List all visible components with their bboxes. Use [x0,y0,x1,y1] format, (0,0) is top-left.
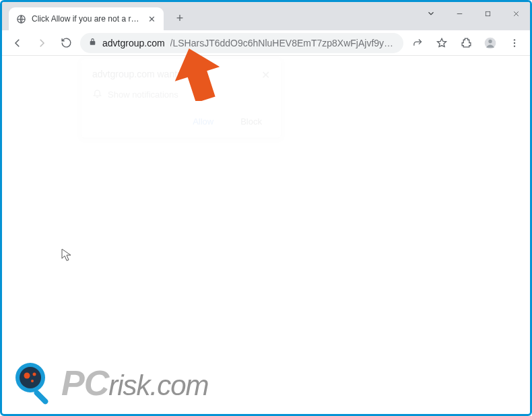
svg-point-7 [514,39,515,40]
allow-button[interactable]: Allow [185,112,222,131]
svg-point-8 [514,42,515,43]
svg-rect-16 [33,389,49,405]
logo-text-pc: PC [61,363,108,403]
extensions-icon[interactable] [456,33,476,53]
svg-point-6 [488,39,492,42]
url-path: /LSHarsJT6ddO9c6hNluHEV8EmT7zp8XwFjAjvf9… [170,38,395,48]
browser-tab[interactable]: Click Allow if you are not a robot ✕ [9,7,164,30]
forward-button[interactable] [32,33,52,53]
address-bar[interactable]: advtgroup.com/LSHarsJT6ddO9c6hNluHEV8EmT… [80,33,403,53]
minimize-button[interactable] [449,3,469,24]
url-domain: advtgroup.com [102,38,165,48]
notification-permission-popup: advtgroup.com wants to ✕ Show notificati… [81,59,281,137]
svg-point-14 [33,373,36,376]
profile-avatar-icon[interactable] [480,33,500,53]
notification-title: advtgroup.com wants to [92,69,193,79]
svg-point-15 [31,380,34,382]
window-controls [421,2,526,25]
close-window-button[interactable] [506,3,526,24]
svg-point-13 [24,373,30,379]
logo-text-risk: risk.com [108,370,208,402]
magnifying-glass-icon [10,359,59,407]
chevron-down-icon[interactable] [421,3,441,24]
menu-dots-icon[interactable] [504,33,525,53]
tab-close-icon[interactable]: ✕ [146,13,157,24]
mouse-cursor-icon [61,248,72,262]
globe-icon [15,13,26,24]
reload-button[interactable] [56,33,76,53]
svg-rect-2 [486,11,490,15]
svg-point-9 [514,45,515,46]
notification-permission-label: Show notifications [108,90,178,100]
share-icon[interactable] [407,33,428,53]
maximize-button[interactable] [477,3,498,24]
lock-icon [88,38,97,48]
svg-point-12 [20,367,41,388]
browser-toolbar: advtgroup.com/LSHarsJT6ddO9c6hNluHEV8EmT… [2,30,530,56]
bookmark-star-icon[interactable] [432,33,452,53]
close-icon[interactable]: ✕ [261,69,270,81]
title-bar: Click Allow if you are not a robot ✕ + [2,2,530,30]
tab-title: Click Allow if you are not a robot [32,14,141,24]
pcrisk-logo: PCrisk.com [10,359,209,407]
back-button[interactable] [7,33,28,53]
block-button[interactable]: Block [232,112,270,131]
new-tab-button[interactable]: + [170,9,189,28]
bell-icon [92,88,102,100]
